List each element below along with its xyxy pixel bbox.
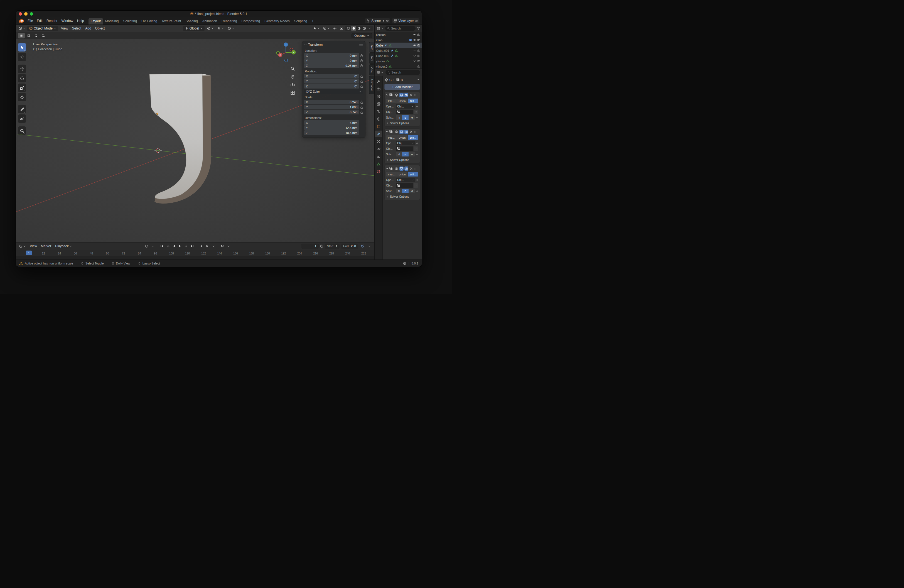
- operand-type-select[interactable]: Obj...: [396, 104, 415, 109]
- rotation-mode-select[interactable]: XYZ Euler: [304, 89, 363, 94]
- tool-transform[interactable]: [18, 93, 26, 101]
- solver-manifold[interactable]: M: [409, 152, 415, 156]
- workspace-tab-compositing[interactable]: Compositing: [239, 18, 262, 24]
- operand-type-select[interactable]: Obj...: [396, 178, 415, 182]
- render-toggle[interactable]: [405, 166, 409, 171]
- timeline-editor-type-button[interactable]: [18, 244, 27, 248]
- timeline-menu-playback[interactable]: Playback: [53, 243, 74, 249]
- solver-fast[interactable]: Fl: [396, 152, 402, 156]
- shading-wireframe[interactable]: [346, 26, 351, 31]
- new-viewlayer-icon[interactable]: [415, 20, 418, 22]
- expand-icon[interactable]: [386, 167, 389, 170]
- operation-union[interactable]: Union: [397, 98, 408, 103]
- solver-fast[interactable]: Fl: [396, 115, 402, 120]
- camera-view-button[interactable]: [290, 82, 295, 87]
- selectability-menu[interactable]: [312, 26, 321, 31]
- shading-solid[interactable]: [351, 26, 356, 31]
- drag-handle-icon[interactable]: [359, 44, 363, 46]
- tool-annotate[interactable]: [18, 105, 26, 113]
- render-toggle[interactable]: [405, 130, 409, 134]
- solver-options-expand[interactable]: Solver Options: [385, 157, 420, 163]
- properties-tab-output[interactable]: [375, 93, 382, 100]
- transform-panel-header[interactable]: Transform: [302, 41, 365, 47]
- chevron-down-icon[interactable]: [413, 49, 416, 52]
- value-field[interactable]: Y1.000: [304, 105, 359, 109]
- chevron-down-icon[interactable]: [413, 54, 416, 57]
- close-modifier-button[interactable]: [409, 166, 413, 171]
- value-field[interactable]: Y12.5 mm: [304, 125, 359, 130]
- snap-toggle[interactable]: [216, 26, 225, 31]
- lock-icon[interactable]: [360, 64, 363, 67]
- orientation-select[interactable]: Global: [183, 26, 205, 31]
- properties-tab-object-data[interactable]: [375, 161, 382, 168]
- tool-rotate[interactable]: [18, 74, 26, 82]
- camera-icon[interactable]: [417, 65, 420, 68]
- lock-icon[interactable]: [360, 110, 363, 114]
- select-subtract-button[interactable]: [33, 33, 39, 38]
- workspace-tab-sculpting[interactable]: Sculpting: [121, 18, 139, 24]
- select-set-button[interactable]: [18, 33, 25, 38]
- camera-icon[interactable]: [417, 33, 420, 36]
- viewport-canvas[interactable]: User Perspective (1) Collection | Cube: [16, 39, 375, 242]
- step-forward-button[interactable]: [205, 243, 210, 249]
- value-field[interactable]: Z18.5 mm: [304, 130, 359, 135]
- object-field[interactable]: [396, 183, 413, 188]
- value-field[interactable]: Z0°: [304, 84, 359, 89]
- workspace-tab-modeling[interactable]: Modeling: [103, 18, 121, 24]
- new-scene-icon[interactable]: [386, 20, 389, 22]
- tool-cursor[interactable]: [18, 53, 26, 61]
- select-extend-button[interactable]: [25, 33, 32, 38]
- properties-tab-object[interactable]: [375, 123, 382, 130]
- properties-tab-physics[interactable]: [375, 145, 382, 152]
- tool-measure[interactable]: [18, 114, 26, 123]
- menu-window[interactable]: Window: [59, 18, 75, 24]
- solver-manifold[interactable]: M: [409, 189, 415, 193]
- toggle-orthographic-button[interactable]: [290, 90, 295, 95]
- operation-difference[interactable]: Diff...: [408, 98, 418, 103]
- expand-icon[interactable]: [386, 130, 389, 133]
- value-field[interactable]: Y0 mm: [304, 58, 359, 63]
- next-keyframe-button[interactable]: [183, 243, 189, 249]
- previous-keyframe-button[interactable]: [165, 243, 171, 249]
- drag-handle[interactable]: [414, 168, 419, 169]
- expand-icon[interactable]: [386, 93, 389, 96]
- clear-object-button[interactable]: [414, 110, 418, 114]
- breadcrumb-target[interactable]: B: [401, 78, 403, 82]
- pin-icon[interactable]: [417, 79, 419, 81]
- workspace-tab-uv-editing[interactable]: UV Editing: [139, 18, 160, 24]
- properties-tab-modifiers[interactable]: [375, 131, 382, 137]
- outliner-row[interactable]: Cube: [375, 43, 422, 48]
- outliner-editor-type-button[interactable]: [376, 26, 384, 31]
- properties-tab-render[interactable]: [375, 85, 382, 92]
- drag-handle[interactable]: [414, 131, 419, 133]
- solver-options-expand[interactable]: Solver Options: [385, 194, 420, 200]
- toggle-xray[interactable]: [339, 26, 344, 31]
- lock-icon[interactable]: [360, 100, 363, 104]
- viewport-menu-object[interactable]: Object: [93, 25, 107, 31]
- outliner-row[interactable]: Cube.001: [375, 48, 422, 53]
- animate-dot-icon[interactable]: [416, 190, 418, 192]
- tool-move[interactable]: [18, 65, 26, 73]
- sidebar-tab-animation[interactable]: Animation: [369, 76, 375, 94]
- menu-file[interactable]: File: [25, 18, 35, 24]
- solver-exact[interactable]: E: [402, 115, 408, 120]
- animate-dot-icon[interactable]: [416, 153, 418, 156]
- menu-render[interactable]: Render: [44, 18, 59, 24]
- modifier-panel-header[interactable]: [385, 165, 420, 172]
- menu-edit[interactable]: Edit: [35, 18, 44, 24]
- operand-type-select[interactable]: Obj...: [396, 141, 415, 145]
- close-button[interactable]: [19, 12, 22, 16]
- current-frame-field[interactable]: 1: [302, 243, 319, 249]
- workspace-tab-texture-paint[interactable]: Texture Paint: [160, 18, 183, 24]
- viewlayer-selector[interactable]: ViewLayer: [392, 18, 419, 24]
- properties-tab-view-layer[interactable]: [375, 101, 382, 107]
- realtime-toggle[interactable]: [400, 130, 403, 134]
- value-field[interactable]: Z0.740: [304, 110, 359, 114]
- edit-mode-toggle[interactable]: [394, 130, 398, 134]
- operation-intersect[interactable]: Inte...: [386, 172, 397, 177]
- zoom-button[interactable]: [30, 12, 33, 16]
- checkbox-icon[interactable]: [409, 38, 412, 41]
- camera-icon[interactable]: [417, 44, 420, 47]
- object-field[interactable]: [396, 147, 413, 151]
- breadcrumb-object[interactable]: C: [389, 78, 392, 82]
